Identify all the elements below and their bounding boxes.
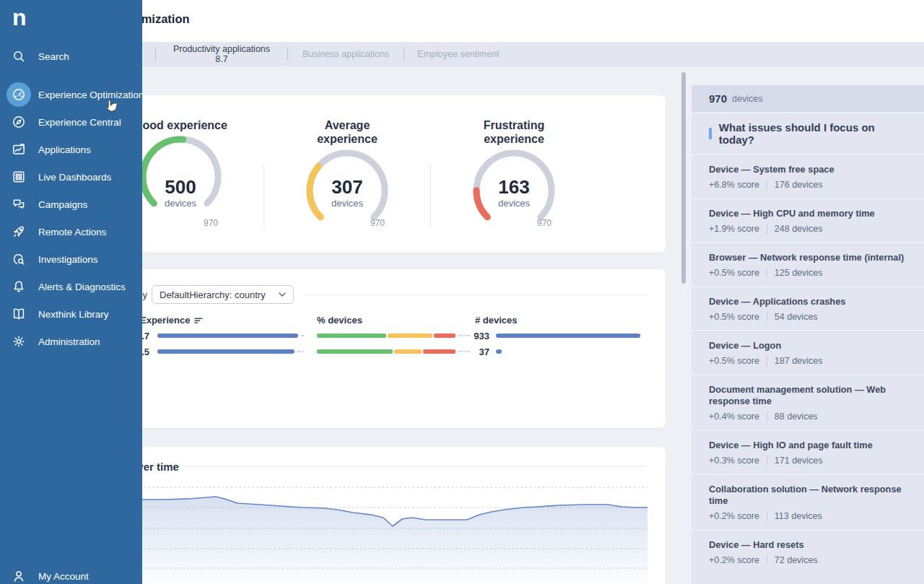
experience-score-bar <box>157 349 310 354</box>
insight-score-delta: +0.5% score <box>709 268 759 278</box>
insight-title: Device — High CPU and memory time <box>709 208 907 219</box>
mouse-cursor-hand <box>105 99 118 113</box>
devices-count-header: 970 devices <box>692 85 924 112</box>
hierarchy-dropdown[interactable]: DefaultHierarchy: country <box>152 285 294 304</box>
dotted-leader <box>458 351 470 352</box>
insight-device-count: 248 devices <box>775 224 823 234</box>
sidebar-item-live-dashboards[interactable]: Live Dashboards <box>0 163 142 191</box>
sidebar-item-experience-optimization[interactable]: Experience Optimization <box>0 81 142 108</box>
insight-item-device-hard-resets[interactable]: Device — Hard resets+0.2% score72 device… <box>692 529 924 573</box>
insight-item-browser-network-response-time-internal[interactable]: Browser — Network response time (interna… <box>692 242 924 286</box>
insight-score-delta: +6.8% score <box>709 180 759 190</box>
sidebar-item-label: Nexthink Library <box>38 309 109 320</box>
sidebar-item-label: Campaigns <box>38 199 87 210</box>
sidebar-item-campaigns[interactable]: Campaigns <box>0 191 142 218</box>
gauge-max: 970 <box>370 218 385 228</box>
sidebar-item-my-account[interactable]: My Account <box>0 562 142 584</box>
column-header-pct-devices[interactable]: % devices <box>317 315 362 326</box>
experience-central-icon <box>6 110 31 134</box>
gauge-value: 163 <box>431 176 597 199</box>
insight-score-delta: +0.2% score <box>709 555 759 565</box>
insight-score-delta: +0.3% score <box>709 456 759 466</box>
insight-score-delta: +0.2% score <box>709 511 759 521</box>
gauge-average-experience: Average experience 307devices970 <box>264 95 430 253</box>
tab-employee-sentiment[interactable]: Employee sentiment <box>404 42 513 66</box>
app-root: Experience Optimization Productivity app… <box>0 0 924 584</box>
insight-item-device-high-cpu-and-memory-time[interactable]: Device — High CPU and memory time+1.9% s… <box>692 198 924 242</box>
insight-item-collaboration-solution-network-response-[interactable]: Collaboration solution — Network respons… <box>692 474 924 529</box>
insight-item-device-applications-crashes[interactable]: Device — Applications crashes+0.5% score… <box>692 286 924 330</box>
hierarchy-dropdown-value: DefaultHierarchy: country <box>160 289 266 300</box>
sidebar-item-investigations[interactable]: Investigations <box>0 245 142 273</box>
insight-device-count: 72 devices <box>775 555 818 565</box>
sort-icon <box>194 317 203 324</box>
nexthink-library-icon <box>6 302 31 326</box>
average-segment <box>388 334 432 338</box>
sidebar-item-label: Experience Central <box>38 117 121 128</box>
good-segment <box>317 349 393 354</box>
pct-devices-stacked-bar <box>317 334 456 338</box>
question-text: What issues should I focus on today? <box>719 121 907 146</box>
experience-optimization-icon <box>6 82 31 107</box>
administration-icon <box>6 329 31 354</box>
insights-panel: 970 devices What issues should I focus o… <box>692 85 924 584</box>
column-header-num-devices[interactable]: # devices <box>475 315 518 326</box>
good-segment <box>317 334 386 338</box>
sidebar-item-label: Investigations <box>38 254 98 265</box>
sidebar-item-label: Search <box>38 51 69 62</box>
insight-meta: +0.5% score54 devices <box>709 312 907 322</box>
blue-bar <box>157 349 295 354</box>
sidebar-item-applications[interactable]: Applications <box>0 136 142 163</box>
num-devices-bar <box>496 349 502 354</box>
sidebar-item-experience-central[interactable]: Experience Central <box>0 108 142 136</box>
gauge-frustrating-experience: Frustrating experience 163devices970 <box>431 95 597 253</box>
sidebar-item-alerts-diagnostics[interactable]: Alerts & Diagnostics <box>0 273 142 300</box>
insight-title: Browser — Network response time (interna… <box>709 252 907 263</box>
insight-title: Device — System free space <box>709 164 907 175</box>
devices-count-label: devices <box>732 94 762 104</box>
insights-question: What issues should I focus on today? <box>692 112 924 154</box>
tab-business-applications[interactable]: Business applications <box>288 42 404 66</box>
divider <box>767 456 767 466</box>
insight-item-device-system-free-space[interactable]: Device — System free space+6.8% score176… <box>692 154 924 198</box>
nexthink-logo[interactable]: n <box>12 4 27 31</box>
insight-device-count: 187 devices <box>775 356 823 366</box>
sidebar: n SearchExperience OptimizationExperienc… <box>0 0 142 584</box>
sidebar-item-remote-actions[interactable]: Remote Actions <box>0 218 142 245</box>
sidebar-item-label: Alerts & Diagnostics <box>38 282 126 292</box>
devices-count-value: 970 <box>709 92 727 105</box>
chevron-down-icon <box>279 292 286 297</box>
insight-device-count: 88 devices <box>775 411 818 422</box>
num-devices-value: 933 <box>472 331 489 341</box>
column-header-experience[interactable]: Experience <box>140 315 203 326</box>
insight-device-count: 171 devices <box>775 456 823 466</box>
sidebar-item-nexthink-library[interactable]: Nexthink Library <box>0 300 142 328</box>
dotted-leader <box>301 335 304 336</box>
insight-item-device-high-io-and-page-fault-time[interactable]: Device — High IO and page fault time+0.3… <box>692 430 924 474</box>
sidebar-item-label: Applications <box>38 144 91 155</box>
sidebar-item-administration[interactable]: Administration <box>0 328 142 355</box>
num-devices-bar <box>496 334 640 338</box>
insight-meta: +0.2% score72 devices <box>709 555 907 565</box>
divider <box>767 312 767 322</box>
insight-meta: +0.3% score171 devices <box>709 456 907 466</box>
insight-title: Device — Applications crashes <box>709 296 907 308</box>
vertical-scrollbar[interactable] <box>681 72 686 284</box>
insight-meta: +0.2% score113 devices <box>709 511 907 521</box>
header-rule <box>305 295 647 295</box>
insight-device-count: 176 devices <box>775 180 823 190</box>
insight-item-document-management-solution-web-respons[interactable]: Document management solution — Web respo… <box>692 374 924 430</box>
insight-meta: +0.5% score187 devices <box>709 356 907 366</box>
tab-productivity-applications[interactable]: Productivity applications8.7 <box>156 42 287 66</box>
applications-icon <box>6 137 31 162</box>
gauge-max: 970 <box>537 218 552 228</box>
sidebar-item-label: Experience Optimization <box>38 90 144 100</box>
divider <box>767 511 767 521</box>
campaigns-icon <box>6 192 31 217</box>
insight-title: Device — Logon <box>709 340 907 352</box>
insights-list: Device — System free space+6.8% score176… <box>692 154 924 573</box>
insight-device-count: 113 devices <box>775 511 822 521</box>
sidebar-item-search[interactable]: Search <box>0 43 142 69</box>
insight-item-device-logon[interactable]: Device — Logon+0.5% score187 devices <box>692 330 924 374</box>
dotted-leader <box>458 335 470 336</box>
